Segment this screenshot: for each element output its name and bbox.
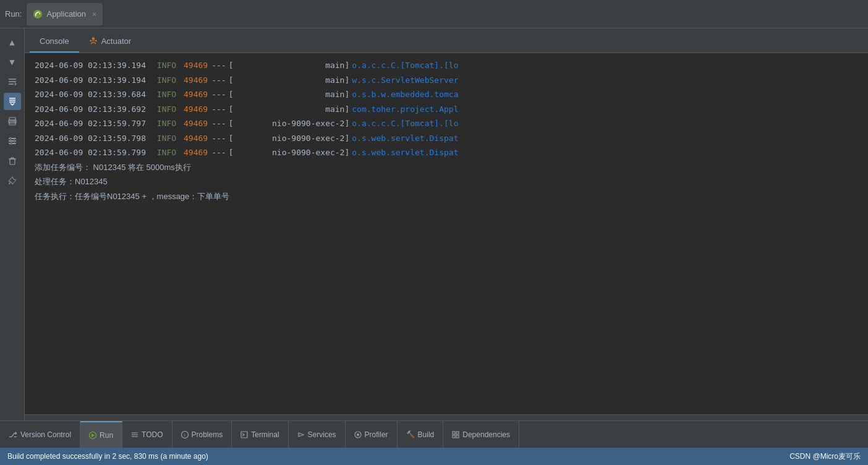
log-level: INFO [152, 117, 180, 130]
scroll-end-icon[interactable] [4, 93, 21, 110]
svg-point-26 [95, 40, 97, 42]
horizontal-scrollbar[interactable] [25, 414, 868, 420]
actuator-tab-label: Actuator [101, 36, 131, 46]
log-timestamp: 2024-06-09 02:13:59.798 [35, 132, 152, 145]
services-label: Services [308, 430, 336, 439]
actuator-tab[interactable]: Actuator [79, 30, 141, 53]
log-class: o.a.c.c.C.[Tomcat].[lo [352, 117, 458, 130]
log-line: 2024-06-09 02:13:39.194 INFO 49469 --- [… [25, 73, 868, 88]
log-line: 2024-06-09 02:13:59.797 INFO 49469 --- [… [25, 116, 868, 131]
scroll-up-icon[interactable]: ▲ [4, 33, 21, 51]
services-icon [297, 431, 305, 438]
log-thread: main [233, 59, 344, 72]
tab-profiler[interactable]: Profiler [346, 421, 398, 448]
chinese-log-text-1: 添加任务编号： N012345 将在 5000ms执行 [35, 161, 191, 174]
log-class: o.s.web.servlet.Dispat [352, 147, 458, 159]
log-pid: 49469 [184, 103, 208, 116]
wrap-lines-svg [7, 77, 17, 87]
svg-text:i: i [184, 432, 185, 438]
svg-rect-42 [456, 435, 459, 438]
log-line: 2024-06-09 02:13:59.798 INFO 49469 --- [… [25, 131, 868, 146]
close-tab-button[interactable]: × [92, 10, 96, 19]
log-class: o.a.c.c.C.[Tomcat].[lo [352, 59, 458, 72]
log-thread: nio-9090-exec-2 [233, 117, 344, 130]
log-timestamp: 2024-06-09 02:13:59.799 [35, 147, 152, 159]
log-level: INFO [152, 132, 180, 145]
wrap-output-icon[interactable] [4, 73, 21, 90]
log-class: o.s.web.servlet.Dispat [352, 132, 458, 145]
tab-terminal[interactable]: Terminal [232, 421, 288, 448]
run-icon [89, 432, 96, 439]
tab-version-control[interactable]: ⎇ Version Control [0, 421, 80, 448]
svg-point-0 [33, 10, 42, 19]
print-icon[interactable] [4, 113, 21, 130]
chinese-log-line-2: 处理任务：N012345 [25, 174, 868, 189]
application-tab[interactable]: Application × [27, 3, 103, 25]
log-bracket-close: ] [344, 88, 349, 101]
pin-svg [7, 176, 17, 186]
status-bar: Build completed successfully in 2 sec, 8… [0, 448, 868, 465]
log-timestamp: 2024-06-09 02:13:59.797 [35, 117, 152, 130]
log-content[interactable]: 2024-06-09 02:13:39.194 INFO 49469 --- [… [25, 53, 868, 414]
log-level: INFO [152, 74, 180, 87]
chinese-log-text-2: 处理任务：N012345 [35, 176, 108, 188]
log-line: 2024-06-09 02:13:39.684 INFO 49469 --- [… [25, 87, 868, 102]
application-tab-label: Application [46, 9, 86, 19]
pin-icon[interactable] [4, 172, 21, 189]
tab-build[interactable]: 🔨 Build [398, 421, 444, 448]
log-thread: nio-9090-exec-2 [233, 132, 344, 145]
problems-icon: i [181, 431, 189, 438]
trash-svg [7, 156, 17, 166]
log-pid: 49469 [184, 74, 208, 87]
svg-point-25 [90, 40, 91, 42]
tab-todo[interactable]: TODO [122, 421, 172, 448]
settings-icon[interactable] [4, 132, 21, 150]
console-tab[interactable]: Console [30, 30, 79, 53]
status-right-text: CSDN @Micro麦可乐 [789, 451, 861, 462]
sub-tab-bar: Console Actuator [25, 28, 868, 53]
log-class: com.toher.project.Appl [352, 103, 458, 116]
tab-problems[interactable]: i Problems [172, 421, 232, 448]
run-label-bottom: Run [100, 431, 113, 440]
log-separator: --- [211, 59, 226, 72]
tab-run[interactable]: Run [80, 421, 122, 448]
log-line: 2024-06-09 02:13:39.692 INFO 49469 --- [… [25, 102, 868, 117]
scroll-end-svg [7, 96, 17, 106]
log-class: w.s.c.ServletWebServer [352, 74, 458, 87]
scroll-down-icon[interactable]: ▼ [4, 53, 21, 70]
status-left-text: Build completed successfully in 2 sec, 8… [7, 452, 208, 461]
log-separator: --- [211, 103, 226, 116]
console-tab-label: Console [40, 36, 69, 46]
svg-point-38 [357, 433, 359, 436]
log-pid: 49469 [184, 117, 208, 130]
log-separator: --- [211, 147, 226, 159]
dependencies-label: Dependencies [462, 430, 510, 439]
terminal-label: Terminal [251, 430, 279, 439]
tab-services[interactable]: Services [289, 421, 346, 448]
log-timestamp: 2024-06-09 02:13:39.194 [35, 74, 152, 87]
log-pid: 49469 [184, 132, 208, 145]
log-separator: --- [211, 88, 226, 101]
log-pid: 49469 [184, 59, 208, 72]
log-thread: main [233, 103, 344, 116]
log-bracket-open: [ [229, 103, 234, 116]
log-pid: 49469 [184, 147, 208, 159]
log-thread: nio-9090-exec-2 [233, 147, 344, 159]
build-icon: 🔨 [406, 430, 415, 438]
spring-icon [33, 9, 43, 19]
log-bracket-close: ] [344, 74, 349, 87]
log-thread: main [233, 74, 344, 87]
dependencies-icon [452, 431, 459, 438]
chinese-log-line-3: 任务执行：任务编号N012345 + ，message：下单单号 [25, 189, 868, 204]
log-level: INFO [152, 103, 180, 116]
chinese-log-line-1: 添加任务编号： N012345 将在 5000ms执行 [25, 160, 868, 175]
tab-dependencies[interactable]: Dependencies [443, 421, 519, 448]
actuator-icon [89, 36, 98, 45]
terminal-icon [240, 431, 248, 438]
log-bracket-open: [ [229, 117, 234, 130]
svg-line-23 [9, 182, 11, 184]
clear-icon[interactable] [4, 152, 21, 169]
log-timestamp: 2024-06-09 02:13:39.684 [35, 88, 152, 101]
log-bracket-open: [ [229, 88, 234, 101]
main-content: ▲ ▼ [0, 28, 868, 420]
